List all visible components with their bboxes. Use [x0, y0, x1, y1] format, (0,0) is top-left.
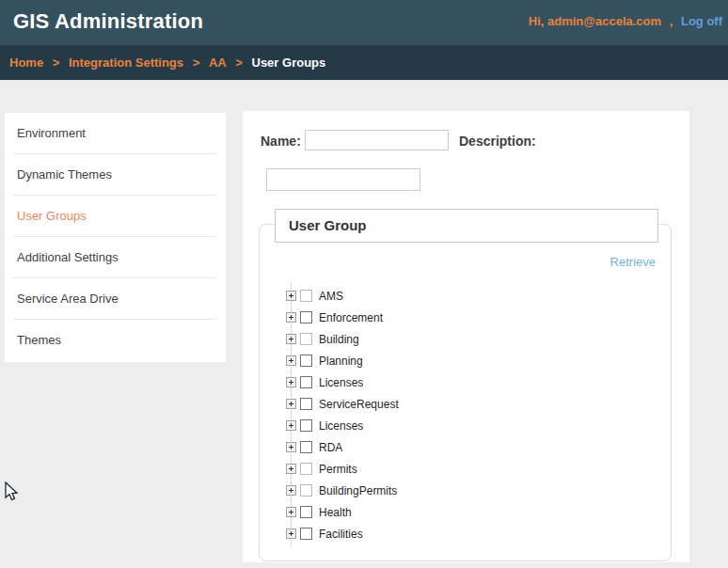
- tree-item-facilities: Facilities: [286, 523, 399, 544]
- tree-item-label[interactable]: Facilities: [319, 528, 363, 541]
- breadcrumb-link-home[interactable]: Home: [9, 55, 43, 70]
- name-input[interactable]: [305, 130, 449, 150]
- sidebar-item-dynamic-themes[interactable]: Dynamic Themes: [13, 154, 217, 196]
- logoff-link[interactable]: Log off: [681, 14, 722, 28]
- main-content-panel: Name: Description: User Group Retrieve A…: [243, 111, 689, 562]
- tree-item-label[interactable]: Planning: [319, 355, 363, 368]
- expand-plus-icon[interactable]: [286, 377, 296, 387]
- expand-plus-icon[interactable]: [286, 420, 296, 431]
- breadcrumb-separator: >: [193, 55, 200, 70]
- sidebar-nav: Environment Dynamic Themes User Groups A…: [5, 113, 226, 362]
- tree-item-ams: AMS: [286, 285, 399, 307]
- name-label: Name:: [261, 134, 301, 149]
- tree-item-enforcement: Enforcement: [286, 307, 399, 328]
- checkbox[interactable]: [300, 419, 312, 432]
- header-separator: ,: [670, 14, 673, 28]
- sidebar-item-themes[interactable]: Themes: [13, 320, 217, 361]
- breadcrumb: Home > Integration Settings > AA > User …: [0, 45, 728, 80]
- tree-item-label[interactable]: Building: [319, 333, 359, 346]
- tree-item-rda: RDA: [286, 436, 399, 458]
- breadcrumb-separator: >: [53, 55, 60, 70]
- expand-plus-icon[interactable]: [286, 291, 296, 301]
- tree-item-label[interactable]: Licenses: [319, 419, 363, 433]
- page-title: GIS Administration: [13, 9, 203, 34]
- checkbox[interactable]: [300, 484, 312, 497]
- expand-plus-icon[interactable]: [286, 399, 296, 409]
- checkbox[interactable]: [300, 398, 312, 410]
- expand-plus-icon[interactable]: [286, 529, 296, 539]
- tree-item-label[interactable]: AMS: [319, 290, 343, 303]
- tree-item-label[interactable]: Enforcement: [319, 311, 383, 324]
- breadcrumb-current: User Groups: [252, 55, 326, 70]
- tree-item-buildingpermits: BuildingPermits: [286, 480, 399, 501]
- user-greeting: Hi, admin@accela.com: [529, 14, 661, 28]
- checkbox[interactable]: [300, 355, 312, 367]
- checkbox[interactable]: [300, 441, 312, 453]
- tree-item-building: Building: [286, 328, 399, 350]
- tree-item-servicerequest: ServiceRequest: [286, 393, 399, 415]
- expand-plus-icon[interactable]: [286, 334, 296, 344]
- breadcrumb-link-aa[interactable]: AA: [209, 55, 227, 70]
- tree-item-licenses: Licenses: [286, 371, 399, 393]
- tree-item-health: Health: [286, 501, 399, 523]
- checkbox[interactable]: [300, 290, 312, 302]
- tree-item-licenses-2: Licenses: [286, 415, 399, 436]
- user-group-tree: AMS Enforcement Building Planning Licens…: [286, 285, 399, 544]
- expand-plus-icon[interactable]: [286, 312, 296, 323]
- header-user-area: Hi, admin@accela.com , Log off: [529, 14, 722, 28]
- checkbox[interactable]: [300, 376, 312, 388]
- sidebar-item-user-groups[interactable]: User Groups: [13, 196, 217, 237]
- expand-plus-icon[interactable]: [286, 464, 296, 474]
- tree-item-label[interactable]: RDA: [319, 441, 342, 454]
- mouse-cursor-icon: [4, 481, 21, 504]
- tree-item-label[interactable]: Licenses: [319, 376, 363, 389]
- expand-plus-icon[interactable]: [286, 355, 296, 366]
- sidebar-item-additional-settings[interactable]: Additional Settings: [13, 237, 217, 278]
- sidebar-item-environment[interactable]: Environment: [13, 113, 217, 154]
- checkbox[interactable]: [300, 506, 312, 518]
- tree-item-label[interactable]: Permits: [319, 463, 357, 476]
- expand-plus-icon[interactable]: [286, 507, 296, 517]
- retrieve-link[interactable]: Retrieve: [610, 255, 656, 269]
- expand-plus-icon[interactable]: [286, 442, 296, 452]
- checkbox[interactable]: [300, 528, 312, 540]
- tree-item-label[interactable]: Health: [319, 506, 352, 519]
- checkbox[interactable]: [300, 333, 312, 345]
- description-label: Description:: [459, 134, 536, 149]
- tree-item-planning: Planning: [286, 350, 399, 371]
- app-header: GIS Administration Hi, admin@accela.com …: [0, 0, 728, 45]
- sidebar-item-service-area-drive[interactable]: Service Area Drive: [13, 278, 217, 320]
- tree-item-label[interactable]: BuildingPermits: [319, 484, 397, 497]
- expand-plus-icon[interactable]: [286, 485, 296, 496]
- tree-item-label[interactable]: ServiceRequest: [319, 398, 399, 411]
- tree-item-permits: Permits: [286, 458, 399, 480]
- checkbox[interactable]: [300, 311, 312, 323]
- breadcrumb-link-integration-settings[interactable]: Integration Settings: [69, 55, 183, 70]
- user-group-panel: Retrieve AMS Enforcement Building Planni…: [259, 224, 672, 561]
- checkbox[interactable]: [300, 463, 312, 475]
- user-group-panel-title: User Group: [275, 209, 658, 243]
- breadcrumb-separator: >: [235, 55, 243, 70]
- description-input[interactable]: [266, 168, 420, 191]
